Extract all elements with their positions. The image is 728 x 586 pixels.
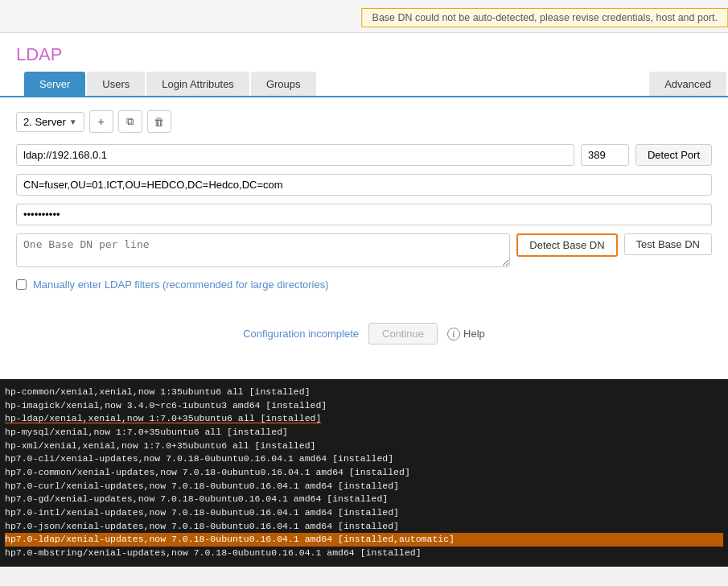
filter-checkbox-label[interactable]: Manually enter LDAP filters (recommended… [33, 279, 329, 291]
tab-users[interactable]: Users [87, 72, 145, 96]
terminal-line: hp-ldap/xenial,xenial,now 1:7.0+35ubuntu… [5, 412, 723, 426]
plus-icon: + [98, 115, 105, 128]
tab-login-attributes[interactable]: Login Attributes [146, 72, 249, 96]
continue-button[interactable]: Continue [368, 323, 438, 345]
terminal-line: hp-mysql/xenial,now 1:7.0+35ubuntu6 all … [5, 426, 723, 440]
info-icon: i [447, 328, 460, 340]
terminal-line: hp-xml/xenial,xenial,now 1:7.0+35ubuntu6… [5, 440, 723, 453]
password-input[interactable] [16, 204, 712, 225]
terminal-line: hp7.0-curl/xenial-updates,now 7.0.18-0ub… [5, 480, 723, 493]
detect-port-button[interactable]: Detect Port [635, 144, 712, 166]
base-dn-row: Detect Base DN Test Base DN [16, 233, 712, 267]
tab-server[interactable]: Server [24, 72, 85, 96]
content-area: 2. Server ▼ + ⧉ 🗑 Detect Port [0, 97, 728, 379]
test-base-dn-button[interactable]: Test Base DN [624, 233, 712, 255]
chevron-down-icon: ▼ [69, 118, 77, 126]
copy-button[interactable]: ⧉ [118, 110, 142, 133]
terminal-panel: hp-common/xenial,xenial,now 1:35ubuntu6 … [0, 379, 728, 567]
toolbar: 2. Server ▼ + ⧉ 🗑 [16, 110, 712, 133]
help-label: Help [463, 328, 485, 340]
tab-bar: Server Users Login Attributes Groups Adv… [0, 72, 728, 97]
terminal-line: hp7.0-ldap/xenial-updates,now 7.0.18-0ub… [5, 533, 723, 547]
trash-icon: 🗑 [154, 116, 164, 128]
alert-message: Base DN could not be auto-detected, plea… [362, 8, 728, 27]
terminal-line: hp-imagick/xenial,now 3.4.0~rc6-1ubuntu3… [5, 399, 723, 413]
help-button[interactable]: i Help [447, 328, 485, 340]
terminal-line: hp7.0-gd/xenial-updates,now 7.0.18-0ubun… [5, 493, 723, 506]
dn-input[interactable] [16, 174, 712, 196]
terminal-line: hp7.0-common/xenial-updates,now 7.0.18-0… [5, 466, 723, 480]
terminal-line: hp7.0-mbstring/xenial-updates,now 7.0.18… [5, 547, 723, 560]
server-dropdown[interactable]: 2. Server ▼ [16, 112, 84, 132]
terminal-line: hp-common/xenial,xenial,now 1:35ubuntu6 … [5, 386, 723, 399]
filter-checkbox[interactable] [16, 279, 27, 290]
terminal-line: hp7.0-intl/xenial-updates,now 7.0.18-0ub… [5, 506, 723, 520]
add-button[interactable]: + [89, 110, 113, 133]
ldap-url-input[interactable] [16, 144, 574, 166]
url-port-row: Detect Port [16, 144, 712, 166]
copy-icon: ⧉ [126, 115, 134, 128]
detect-base-dn-button[interactable]: Detect Base DN [516, 233, 617, 257]
filter-checkbox-row: Manually enter LDAP filters (recommended… [16, 279, 712, 291]
config-status: Configuration incomplete [243, 328, 359, 340]
ldap-panel: LDAP Server Users Login Attributes Group… [0, 33, 728, 379]
footer-row: Configuration incomplete Continue i Help [16, 307, 712, 353]
alert-bar: Base DN could not be auto-detected, plea… [0, 0, 728, 33]
delete-button[interactable]: 🗑 [147, 110, 171, 133]
tab-groups[interactable]: Groups [251, 72, 316, 96]
base-dn-textarea[interactable] [16, 233, 510, 267]
terminal-line: hp7.0-json/xenial-updates,now 7.0.18-0ub… [5, 520, 723, 534]
port-input[interactable] [581, 144, 629, 166]
terminal-line: hp7.0-cli/xenial-updates,now 7.0.18-0ubu… [5, 452, 723, 466]
app-title: LDAP [0, 33, 728, 72]
server-dropdown-label: 2. Server [23, 116, 66, 128]
tab-advanced[interactable]: Advanced [649, 72, 726, 96]
